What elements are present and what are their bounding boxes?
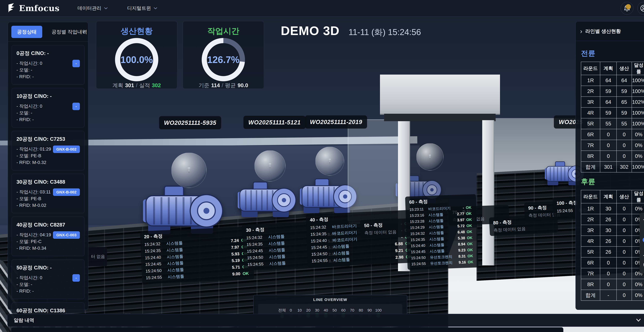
measure-value: 9.00 [226,270,240,278]
process-card-title: 10공정 C/NO: - [16,92,80,100]
table-cell: 4R [581,236,600,246]
alarm-history-title: 알람 내역 [14,317,34,324]
table-cell: 0 [616,268,632,279]
process-card-line: - RFID: M-0.34 [16,245,80,252]
zoom-out-button[interactable]: − [643,252,644,259]
measure-time: 15:24:40 [410,242,428,249]
footer-value: 301 [125,82,134,88]
notifications-button[interactable] [620,2,634,15]
table-row: 5R5555100% [581,118,644,129]
table-cell: 0 [616,246,632,257]
process-card[interactable]: 60공정 C/NO: C1386- 작업시간: 11:36- 모델: PE-A-… [12,302,84,313]
equipment-badge: GNX-C-003 [53,231,80,239]
measure-time: 15:24:55 [557,207,576,214]
line-filter-label: 전체 [278,308,286,313]
measure-status: OK [467,241,474,247]
column-header: 생산 [616,190,632,203]
brand-logo-icon [7,2,16,14]
measure-status: OK [467,235,474,241]
measure-value: 5.38 [454,235,465,242]
tool-icon [328,159,332,164]
process-card-title: 60공정 C/NO: C1386 [16,307,80,313]
table-row: 합계301302100% [581,162,644,172]
brand: Emfocus [7,2,60,14]
measure-status: OK [466,210,473,217]
footer-value: 114 [211,82,220,88]
line-filter-label: 100 [375,308,382,312]
process-card-line: - 모델: PE-B [16,152,80,159]
table-row: 1R6464100% [581,75,644,86]
nav-menu-data-management[interactable]: 데이터관리 [78,5,108,12]
table-row: 5R2600% [581,246,644,257]
process-card-line: - RFID: M-0.32 [16,159,80,166]
tab-process-work-history[interactable]: 공정별 작업내역 [46,26,93,38]
zoom-slider-thumb[interactable] [642,238,644,242]
line-filter-label: 0 [290,308,292,312]
tool-bubble [315,147,344,176]
tool-bubble [254,150,286,182]
measure-value: 2.77 [453,211,464,217]
table-cell: 0 [616,203,632,214]
measure-tool: 유선토크렌치 [430,254,453,260]
process-card[interactable]: 10공정 C/NO: -- 작업시간: 0- 모델: -- RFID: -- [12,88,84,128]
equipment-badge: - [72,60,80,67]
user-menu-button[interactable] [637,2,644,15]
measure-time: 15:24:55 [312,257,331,264]
alarm-history-bar[interactable]: 알람 내역 [7,314,644,327]
process-card[interactable]: 20공정 C/NO: C7253- 작업시간: 01:29- 모델: PE-B-… [12,131,84,170]
collapse-right-panel-button[interactable]: › [580,28,582,35]
donut-gauge: 100.0% [115,38,158,82]
process-card[interactable]: 40공정 C/NO: C8287- 작업시간: 04:19- 모델: PE-C-… [12,216,84,256]
table-cell: 100% [632,75,644,86]
reset-view-button[interactable] [642,262,644,269]
measure-time: 15:24:45 [311,244,331,251]
measure-panel-60: 60 - 측정15:23:11바코드리더기-OK15:23:16시스템툴2.77… [405,194,478,270]
measure-value: 5.72 [454,223,465,229]
process-card-line: - 모델: - [16,110,80,116]
stat-card-title: 생산현황 [121,26,153,36]
table-row: 6R000% [581,257,644,268]
production-table-front: 라운드계획생산달성률1R6464100%2R5959100%3R6465102%… [581,62,644,172]
tool-bubble [416,143,444,170]
table-row: 4R5959100% [581,108,644,118]
zoom-in-button[interactable]: + [643,216,644,223]
pump-motor-model[interactable] [238,180,297,220]
work-time-card: 작업시간126.7%기준114/평균90.0 [183,21,264,89]
equipment-badge: GNX-B-002 [53,188,80,196]
collapse-left-panel-button[interactable]: ‹ [82,28,85,35]
process-card-line: - RFID: M-0.02 [16,202,80,209]
user-avatar-icon [640,5,644,12]
table-header: 라운드계획생산달성률 [581,62,644,75]
measure-value: 8.31 [454,253,466,260]
measure-time: 15:23:16 [410,212,427,219]
tool-bubble [171,152,206,188]
table-cell: 0 [616,236,632,246]
table-cell: 26 [600,246,616,257]
table-cell: 59 [616,86,632,96]
nav-menu-digital-twin[interactable]: 디지털트윈 [127,5,158,12]
table-cell: 64 [616,75,632,86]
measure-status: OK [242,270,250,277]
table-cell: 0% [632,129,644,140]
measure-time: 15:24:32 [310,224,330,231]
table-cell: 30 [600,203,616,214]
measure-value: 5.19 [226,257,240,264]
measure-time: 15:24:32 [246,234,266,241]
measure-time: 15:23:11 [409,206,426,213]
section-title-front: 전륜 [581,48,644,58]
process-status-panel: 공정상태공정별 작업내역 ‹ 0공정 C/NO: -- 작업시간: 0- 모델:… [8,22,88,310]
measure-value: 5.71 [226,264,240,271]
expand-alarm-button[interactable] [635,318,642,322]
measure-value: - [453,205,464,211]
process-card[interactable]: 0공정 C/NO: -- 작업시간: 0- 모델: -- RFID: -- [12,45,84,84]
table-header: 라운드계획생산달성률 [581,190,644,203]
tab-process-status[interactable]: 공정상태 [11,26,42,38]
line-filter-label: 30 [315,308,319,312]
process-card-title: 30공정 C/NO: C3488 [16,178,80,186]
process-card[interactable]: 50공정 C/NO: -- 작업시간: 0- 모델: -- RFID: -- [12,260,84,299]
table-cell: 0 [616,225,632,236]
footer-label: 기준 [198,82,209,89]
process-card[interactable]: 30공정 C/NO: C3488- 작업시간: 03:11- 모델: PE-B-… [12,174,84,213]
footer-label: 계획 [112,82,123,89]
process-card-line: - 모델: PE-B [16,195,80,202]
